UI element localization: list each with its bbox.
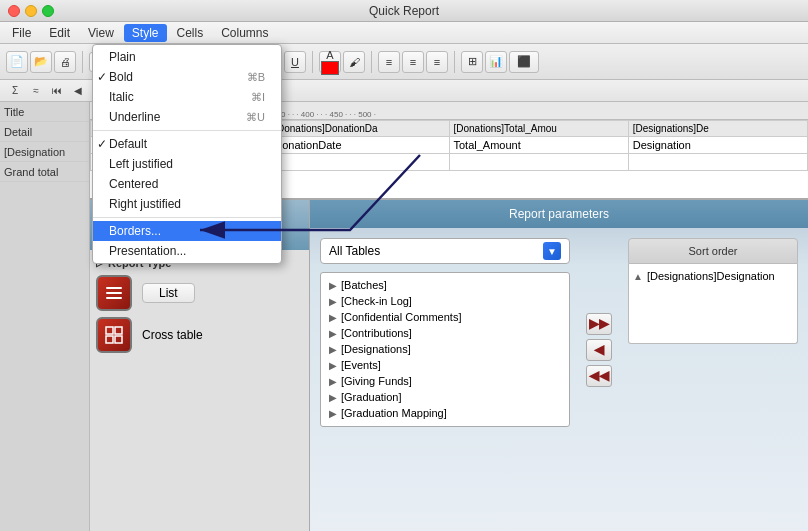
menu-item-left-justified[interactable]: Left justified [93,154,281,174]
list-item[interactable]: ▶[Contributions] [321,325,569,341]
all-tables-text: All Tables [329,244,543,258]
row-title: Title [0,102,89,122]
svg-rect-6 [115,336,122,343]
align-left-button[interactable]: ≡ [378,51,400,73]
close-button[interactable] [8,5,20,17]
traffic-lights [8,5,54,17]
nav-prev-icon[interactable]: ◀ [69,82,87,100]
params-left: All Tables ▼ ▶[Batches] ▶[Check-in Log] … [320,238,570,427]
move-left-button[interactable]: ◀ [586,339,612,361]
sum-icon[interactable]: Σ [6,82,24,100]
col-donationdate-subheader: DonationDate [270,137,449,154]
menu-item-plain[interactable]: Plain [93,47,281,67]
cross-table-type-icon [96,317,132,353]
open-button[interactable]: 📂 [30,51,52,73]
col-totalamount-header: [Donations]Total_Amou [449,121,628,137]
color-group: A 🖌 [319,51,372,73]
sort-item: ▲ [Designations]Designation [633,268,793,284]
check-default: ✓ [97,137,107,151]
svg-rect-3 [106,327,113,334]
cross-table-type-button[interactable]: Cross table [96,317,303,353]
sort-direction-arrow: ▲ [633,271,643,282]
list-item[interactable]: ▶[Graduation Mapping] [321,405,569,421]
minimize-button[interactable] [25,5,37,17]
col-designation-header: [Designations]De [628,121,807,137]
avg-icon[interactable]: ≈ [27,82,45,100]
menu-item-centered[interactable]: Centered [93,174,281,194]
align-center-button[interactable]: ≡ [402,51,424,73]
list-item[interactable]: ▶[Batches] [321,277,569,293]
sort-order-header: Sort order [628,238,798,264]
svg-rect-2 [106,297,122,299]
data-cell [449,154,628,171]
maximize-button[interactable] [42,5,54,17]
list-item[interactable]: ▶[Graduation] [321,389,569,405]
list-type-label: List [142,283,195,303]
menu-view[interactable]: View [80,24,122,42]
style-dropdown-menu: Plain ✓ Bold ⌘B Italic ⌘I Underline ⌘U ✓… [92,44,282,264]
params-right: Sort order ▲ [Designations]Designation [628,238,798,427]
menu-file[interactable]: File [4,24,39,42]
list-type-button[interactable]: List [96,275,303,311]
menu-item-right-justified[interactable]: Right justified [93,194,281,214]
list-item[interactable]: ▶[Confidential Comments] [321,309,569,325]
list-item[interactable]: ▶[Events] [321,357,569,373]
svg-rect-1 [106,292,122,294]
data-cell [270,154,449,171]
sort-order-list: ▲ [Designations]Designation [628,264,798,344]
col-designation-subheader: Designation [628,137,807,154]
row-detail: Detail [0,122,89,142]
list-item[interactable]: ▶[Giving Funds] [321,373,569,389]
menu-item-italic[interactable]: Italic ⌘I [93,87,281,107]
menu-separator-1 [93,130,281,131]
report-parameters: Report parameters All Tables ▼ ▶[Batches… [310,200,808,531]
menu-edit[interactable]: Edit [41,24,78,42]
menu-item-default[interactable]: ✓ Default [93,134,281,154]
menu-item-bold[interactable]: ✓ Bold ⌘B [93,67,281,87]
menu-item-borders[interactable]: Borders... [93,221,281,241]
menu-item-underline[interactable]: Underline ⌘U [93,107,281,127]
extra-tools: ⊞ 📊 ⬛ [461,51,545,73]
nav-left-icon[interactable]: ⏮ [48,82,66,100]
sort-order-label: Sort order [689,245,738,257]
grid-button[interactable]: ⊞ [461,51,483,73]
align-group: ≡ ≡ ≡ [378,51,455,73]
menu-cells[interactable]: Cells [169,24,212,42]
window-title: Quick Report [369,4,439,18]
list-item[interactable]: ▶[Designations] [321,341,569,357]
new-button[interactable]: 📄 [6,51,28,73]
left-panel: Title Detail [Designation Grand total [0,102,90,531]
menu-columns[interactable]: Columns [213,24,276,42]
move-right-button[interactable]: ▶▶ [586,313,612,335]
underline-button[interactable]: U [284,51,306,73]
row-labels: Title Detail [Designation Grand total [0,102,89,531]
title-bar: Quick Report [0,0,808,22]
svg-rect-0 [106,287,122,289]
list-item[interactable]: ▶[Check-in Log] [321,293,569,309]
menu-separator-2 [93,217,281,218]
all-tables-selector[interactable]: All Tables ▼ [320,238,570,264]
col-donationdate-header: [Donations]DonationDa [270,121,449,137]
chart-button[interactable]: 📊 [485,51,507,73]
params-header: Report parameters [310,200,808,228]
params-body: All Tables ▼ ▶[Batches] ▶[Check-in Log] … [310,228,808,437]
sort-item-label: [Designations]Designation [647,270,775,282]
highlight-button[interactable]: 🖌 [343,51,365,73]
row-grand-total: Grand total [0,162,89,182]
row-designation: [Designation [0,142,89,162]
file-tools: 📄 📂 🖨 [6,51,83,73]
print-button[interactable]: 🖨 [54,51,76,73]
move-all-left-button[interactable]: ◀◀ [586,365,612,387]
col-totalamount-subheader: Total_Amount [449,137,628,154]
table-list: ▶[Batches] ▶[Check-in Log] ▶[Confidentia… [320,272,570,427]
all-tables-dropdown-arrow: ▼ [543,242,561,260]
align-right-button[interactable]: ≡ [426,51,448,73]
transfer-buttons: ▶▶ ◀ ◀◀ [580,272,618,427]
special-button[interactable]: ⬛ [509,51,539,73]
menu-style[interactable]: Style [124,24,167,42]
list-type-icon [96,275,132,311]
menu-item-presentation[interactable]: Presentation... [93,241,281,261]
menu-bar: File Edit View Style Cells Columns [0,22,808,44]
cross-table-type-label: Cross table [142,328,203,342]
color-picker-button[interactable]: A [319,51,341,73]
